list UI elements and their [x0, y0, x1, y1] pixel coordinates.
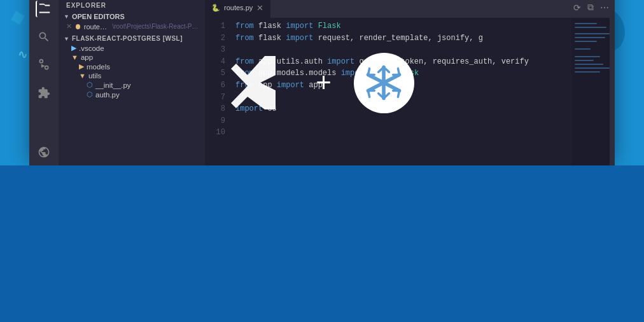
open-file-name: routes.py: [84, 23, 109, 31]
minimap: [571, 18, 610, 165]
project-chevron: ▼: [64, 36, 69, 42]
open-editor-item[interactable]: ✕ routes.py \root\Projects\Flask-React-P…: [59, 22, 205, 31]
close-icon[interactable]: ✕: [66, 22, 72, 31]
svg-rect-20: [575, 33, 610, 34]
tab-routes[interactable]: 🐍 routes.py ✕: [205, 0, 270, 18]
svg-rect-28: [575, 71, 600, 73]
code-line-1: from flask import Flask: [235, 20, 571, 32]
open-editors-header[interactable]: ▼ OPEN EDITORS: [59, 11, 205, 22]
more-icon[interactable]: ⋯: [598, 1, 611, 14]
svg-rect-23: [575, 48, 591, 50]
file-py-icon: ⬡: [87, 81, 93, 89]
tree-init[interactable]: ⬡ __init__.py: [59, 80, 205, 90]
activity-source-control[interactable]: [36, 57, 52, 73]
folder-utils-name: utils: [88, 72, 101, 80]
tabs-actions: ⟳ ⧉ ⋯: [571, 0, 615, 18]
activity-remote[interactable]: [36, 144, 52, 160]
code-line-9: [235, 115, 571, 127]
split-icon[interactable]: ⧉: [585, 1, 596, 14]
svg-rect-25: [575, 60, 594, 61]
tab-file-icon: 🐍: [211, 4, 220, 12]
tree-app[interactable]: ▼ app: [59, 53, 205, 62]
tab-close-button[interactable]: ✕: [256, 4, 263, 12]
modified-dot: [76, 24, 80, 29]
folder-vscode-name: .vscode: [79, 45, 104, 52]
bottom-background: [0, 165, 644, 322]
deco-zigzag: ∿: [18, 48, 27, 62]
code-line-2: from flask import request, render_templa…: [235, 32, 571, 45]
activity-extensions[interactable]: [36, 85, 52, 101]
file-init-name: __init__.py: [95, 81, 131, 89]
file-auth-icon: ⬡: [87, 90, 93, 99]
line-numbers: 1 2 3 4 5 6 7 8 9 10: [205, 18, 230, 165]
sidebar: EXPLORER ▼ OPEN EDITORS ✕ routes.py \roo…: [59, 0, 205, 165]
vscode-logo: [230, 51, 293, 115]
svg-rect-22: [575, 41, 597, 42]
folder-models-icon: ▶: [79, 62, 84, 71]
deco-rect: [11, 11, 25, 25]
folder-vscode-icon: ▶: [71, 44, 76, 52]
svg-rect-19: [575, 27, 606, 28]
folder-app-icon: ▼: [71, 53, 78, 61]
folder-utils-icon: ▼: [79, 72, 86, 80]
activity-bar-top: [29, 1, 59, 101]
open-editors-label: OPEN EDITORS: [72, 13, 125, 20]
sync-icon[interactable]: ⟳: [571, 1, 583, 14]
hero-background: < > ✓ ∿ ⚡ ⚡ < > +: [0, 0, 644, 165]
activity-bar: [29, 0, 59, 165]
svg-rect-27: [575, 67, 610, 69]
tree-auth[interactable]: ⬡ auth.py: [59, 90, 205, 99]
folder-app-name: app: [81, 53, 93, 61]
svg-rect-21: [575, 37, 605, 38]
plus-sign: +: [316, 67, 332, 98]
svg-rect-24: [575, 56, 600, 57]
activity-search[interactable]: [36, 29, 52, 45]
logo-area: +: [230, 51, 414, 115]
file-auth-name: auth.py: [95, 91, 120, 99]
nix-logo: [354, 53, 414, 113]
svg-rect-18: [575, 23, 597, 24]
project-label: FLASK-REACT-POSTGRES [WSL]: [72, 35, 183, 42]
tree-models[interactable]: ▶ models: [59, 62, 205, 71]
folder-models-name: models: [87, 63, 110, 71]
activity-explorer[interactable]: [36, 1, 52, 17]
tree-utils[interactable]: ▼ utils: [59, 71, 205, 80]
open-file-path: \root\Projects\Flask-React-Postgre...: [112, 23, 200, 30]
explorer-title: EXPLORER: [59, 0, 205, 11]
svg-rect-26: [575, 64, 603, 65]
open-editors-chevron: ▼: [64, 13, 69, 20]
scrollbar[interactable]: [610, 18, 615, 165]
tabs-bar: 🐍 routes.py ✕ ⟳ ⧉ ⋯: [205, 0, 615, 18]
tab-name: routes.py: [224, 4, 253, 11]
code-line-10: [235, 127, 571, 139]
svg-marker-1: [231, 56, 276, 109]
project-header[interactable]: ▼ FLASK-REACT-POSTGRES [WSL]: [59, 34, 205, 43]
tree-vscode[interactable]: ▶ .vscode: [59, 43, 205, 53]
activity-bar-bottom: [29, 144, 59, 165]
